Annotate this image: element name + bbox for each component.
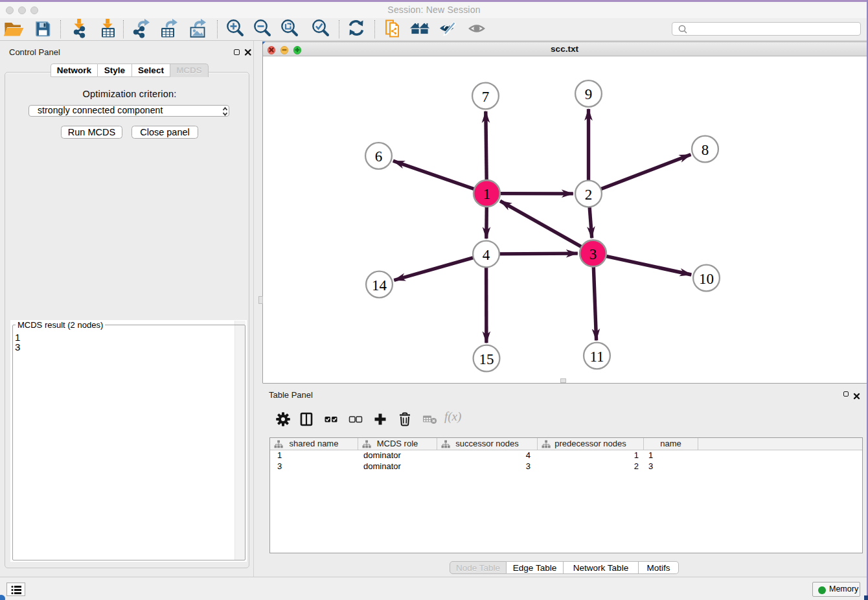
svg-text:4: 4: [482, 247, 490, 263]
svg-text:8: 8: [701, 142, 709, 158]
svg-text:6: 6: [374, 148, 382, 165]
svg-text:1: 1: [483, 186, 490, 202]
svg-text:2: 2: [584, 187, 592, 203]
svg-text:11: 11: [589, 349, 604, 365]
svg-text:9: 9: [584, 86, 592, 102]
svg-text:3: 3: [589, 246, 597, 262]
svg-text:15: 15: [479, 351, 494, 367]
svg-text:10: 10: [699, 271, 714, 287]
svg-text:14: 14: [372, 277, 387, 294]
svg-text:7: 7: [481, 89, 489, 105]
